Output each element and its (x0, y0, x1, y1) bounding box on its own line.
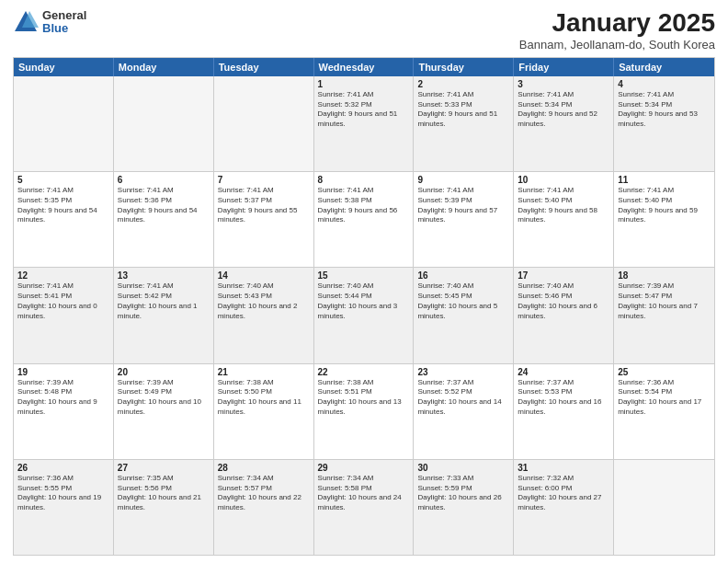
day-number: 28 (218, 463, 310, 473)
day-cell-6: 6Sunrise: 7:41 AMSunset: 5:36 PMDaylight… (114, 172, 214, 267)
day-cell-4: 4Sunrise: 7:41 AMSunset: 5:34 PMDaylight… (614, 76, 714, 171)
cell-content: Sunrise: 7:38 AMSunset: 5:51 PMDaylight:… (318, 378, 410, 418)
cell-content: Sunrise: 7:41 AMSunset: 5:38 PMDaylight:… (318, 186, 410, 225)
header: General Blue January 2025 Bannam, Jeolla… (13, 9, 715, 52)
weekday-header-saturday: Saturday (614, 58, 714, 76)
day-cell-8: 8Sunrise: 7:41 AMSunset: 5:38 PMDaylight… (314, 172, 415, 267)
cell-content: Sunrise: 7:36 AMSunset: 5:54 PMDaylight:… (618, 378, 711, 418)
day-cell-3: 3Sunrise: 7:41 AMSunset: 5:34 PMDaylight… (514, 76, 614, 171)
weekday-header-thursday: Thursday (414, 58, 514, 76)
cell-content: Sunrise: 7:40 AMSunset: 5:45 PMDaylight:… (417, 282, 509, 321)
logo-icon (13, 9, 39, 35)
weekday-header-friday: Friday (514, 58, 614, 76)
cell-content: Sunrise: 7:41 AMSunset: 5:40 PMDaylight:… (618, 186, 711, 225)
day-number: 4 (618, 79, 711, 89)
cell-content: Sunrise: 7:34 AMSunset: 5:58 PMDaylight:… (318, 474, 410, 513)
day-number: 11 (618, 175, 711, 185)
day-cell-15: 15Sunrise: 7:40 AMSunset: 5:44 PMDayligh… (314, 268, 415, 362)
day-number: 30 (417, 463, 509, 473)
day-number: 5 (17, 175, 109, 185)
day-number: 26 (17, 463, 109, 473)
day-number: 22 (318, 367, 410, 377)
day-number: 6 (118, 175, 210, 185)
day-number: 2 (417, 79, 509, 89)
day-cell-9: 9Sunrise: 7:41 AMSunset: 5:39 PMDaylight… (414, 172, 514, 267)
weekday-header-monday: Monday (114, 58, 214, 76)
weekday-header-sunday: Sunday (14, 58, 114, 76)
day-number: 18 (618, 270, 711, 281)
day-cell-26: 26Sunrise: 7:36 AMSunset: 5:55 PMDayligh… (14, 460, 114, 555)
day-cell-12: 12Sunrise: 7:41 AMSunset: 5:41 PMDayligh… (14, 268, 114, 362)
day-number: 9 (417, 175, 509, 185)
cell-content: Sunrise: 7:39 AMSunset: 5:48 PMDaylight:… (17, 378, 109, 418)
day-number: 31 (518, 463, 609, 473)
calendar-row-1: 5Sunrise: 7:41 AMSunset: 5:35 PMDaylight… (14, 171, 714, 267)
day-number: 25 (618, 367, 711, 377)
day-cell-10: 10Sunrise: 7:41 AMSunset: 5:40 PMDayligh… (514, 172, 614, 267)
cell-content: Sunrise: 7:41 AMSunset: 5:34 PMDaylight:… (518, 90, 609, 130)
header-right: January 2025 Bannam, Jeollanam-do, South… (519, 9, 715, 52)
day-number: 29 (318, 463, 410, 473)
cell-content: Sunrise: 7:41 AMSunset: 5:37 PMDaylight:… (218, 186, 310, 225)
day-cell-31: 31Sunrise: 7:32 AMSunset: 6:00 PMDayligh… (514, 460, 614, 555)
day-cell-7: 7Sunrise: 7:41 AMSunset: 5:37 PMDaylight… (214, 172, 314, 267)
weekday-header-tuesday: Tuesday (214, 58, 314, 76)
day-cell-23: 23Sunrise: 7:37 AMSunset: 5:52 PMDayligh… (414, 364, 514, 459)
day-number: 19 (17, 367, 109, 377)
cell-content: Sunrise: 7:36 AMSunset: 5:55 PMDaylight:… (17, 474, 109, 513)
day-cell-5: 5Sunrise: 7:41 AMSunset: 5:35 PMDaylight… (14, 172, 114, 267)
day-cell-16: 16Sunrise: 7:40 AMSunset: 5:45 PMDayligh… (414, 268, 514, 362)
calendar-header: SundayMondayTuesdayWednesdayThursdayFrid… (14, 58, 714, 76)
logo-general-text: General (42, 9, 86, 22)
empty-cell-0-0 (14, 76, 114, 171)
day-number: 12 (17, 270, 109, 281)
cell-content: Sunrise: 7:37 AMSunset: 5:53 PMDaylight:… (518, 378, 609, 418)
day-number: 23 (417, 367, 509, 377)
page: General Blue January 2025 Bannam, Jeolla… (0, 0, 728, 563)
cell-content: Sunrise: 7:35 AMSunset: 5:56 PMDaylight:… (118, 474, 210, 513)
calendar-row-0: 1Sunrise: 7:41 AMSunset: 5:32 PMDaylight… (14, 76, 714, 171)
cell-content: Sunrise: 7:33 AMSunset: 5:59 PMDaylight:… (417, 474, 509, 513)
location: Bannam, Jeollanam-do, South Korea (519, 38, 715, 52)
empty-cell-0-1 (114, 76, 214, 171)
cell-content: Sunrise: 7:40 AMSunset: 5:43 PMDaylight:… (218, 282, 310, 321)
day-number: 8 (318, 175, 410, 185)
day-cell-22: 22Sunrise: 7:38 AMSunset: 5:51 PMDayligh… (314, 364, 415, 459)
cell-content: Sunrise: 7:41 AMSunset: 5:39 PMDaylight:… (417, 186, 509, 225)
day-number: 15 (318, 270, 410, 281)
cell-content: Sunrise: 7:37 AMSunset: 5:52 PMDaylight:… (417, 378, 509, 418)
day-cell-1: 1Sunrise: 7:41 AMSunset: 5:32 PMDaylight… (314, 76, 415, 171)
day-cell-18: 18Sunrise: 7:39 AMSunset: 5:47 PMDayligh… (614, 268, 714, 362)
day-cell-2: 2Sunrise: 7:41 AMSunset: 5:33 PMDaylight… (414, 76, 514, 171)
logo-blue-text: Blue (42, 22, 86, 35)
cell-content: Sunrise: 7:32 AMSunset: 6:00 PMDaylight:… (518, 474, 609, 513)
cell-content: Sunrise: 7:41 AMSunset: 5:33 PMDaylight:… (417, 90, 509, 130)
cell-content: Sunrise: 7:41 AMSunset: 5:34 PMDaylight:… (618, 90, 711, 130)
calendar-body: 1Sunrise: 7:41 AMSunset: 5:32 PMDaylight… (14, 76, 714, 555)
month-title: January 2025 (519, 9, 715, 38)
day-number: 13 (118, 270, 210, 281)
day-cell-19: 19Sunrise: 7:39 AMSunset: 5:48 PMDayligh… (14, 364, 114, 459)
day-cell-14: 14Sunrise: 7:40 AMSunset: 5:43 PMDayligh… (214, 268, 314, 362)
day-cell-21: 21Sunrise: 7:38 AMSunset: 5:50 PMDayligh… (214, 364, 314, 459)
cell-content: Sunrise: 7:41 AMSunset: 5:42 PMDaylight:… (118, 282, 210, 321)
day-number: 1 (318, 79, 410, 89)
empty-cell-0-2 (214, 76, 314, 171)
logo: General Blue (13, 9, 86, 36)
day-cell-11: 11Sunrise: 7:41 AMSunset: 5:40 PMDayligh… (614, 172, 714, 267)
day-cell-13: 13Sunrise: 7:41 AMSunset: 5:42 PMDayligh… (114, 268, 214, 362)
day-number: 24 (518, 367, 609, 377)
day-cell-20: 20Sunrise: 7:39 AMSunset: 5:49 PMDayligh… (114, 364, 214, 459)
day-cell-29: 29Sunrise: 7:34 AMSunset: 5:58 PMDayligh… (314, 460, 415, 555)
day-number: 10 (518, 175, 609, 185)
cell-content: Sunrise: 7:39 AMSunset: 5:47 PMDaylight:… (618, 282, 711, 321)
day-cell-28: 28Sunrise: 7:34 AMSunset: 5:57 PMDayligh… (214, 460, 314, 555)
cell-content: Sunrise: 7:38 AMSunset: 5:50 PMDaylight:… (218, 378, 310, 418)
day-number: 16 (417, 270, 509, 281)
day-number: 14 (218, 270, 310, 281)
calendar-row-2: 12Sunrise: 7:41 AMSunset: 5:41 PMDayligh… (14, 267, 714, 362)
day-number: 27 (118, 463, 210, 473)
day-cell-17: 17Sunrise: 7:40 AMSunset: 5:46 PMDayligh… (514, 268, 614, 362)
cell-content: Sunrise: 7:41 AMSunset: 5:41 PMDaylight:… (17, 282, 109, 321)
cell-content: Sunrise: 7:41 AMSunset: 5:35 PMDaylight:… (17, 186, 109, 225)
